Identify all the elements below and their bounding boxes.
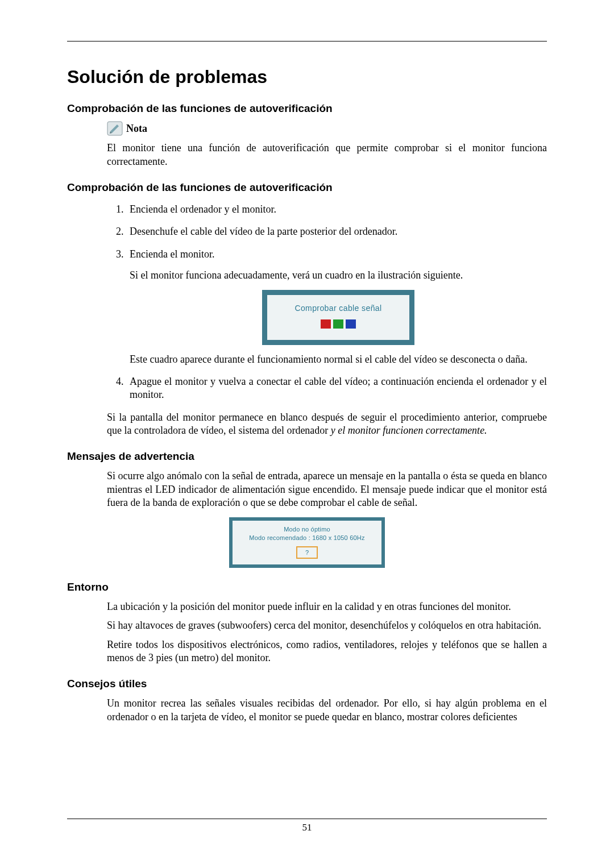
osd-caption: Comprobar cable señal	[273, 303, 404, 313]
blue-square-icon	[346, 319, 356, 329]
step-1: Encienda el ordenador y el monitor.	[126, 203, 547, 216]
section-selftest-heading-2: Comprobación de las funciones de autover…	[67, 181, 547, 195]
page-footer: 51	[67, 819, 547, 834]
page-title: Solución de problemas	[67, 65, 547, 89]
selftest-final-paragraph: Si la pantalla del monitor permanece en …	[107, 411, 547, 438]
note-body: El monitor tiene una función de autoveri…	[107, 142, 547, 168]
note-row: Nota	[107, 121, 547, 136]
rgb-indicator	[273, 319, 404, 329]
page: Solución de problemas Comprobación de la…	[0, 0, 614, 868]
section-selftest-heading: Comprobación de las funciones de autover…	[67, 102, 547, 116]
bottom-rule	[67, 819, 547, 819]
step-text: Apague el monitor y vuelva a conectar el…	[130, 375, 547, 402]
step-text: Encienda el ordenador y el monitor.	[130, 203, 547, 216]
warnings-body: Si ocurre algo anómalo con la señal de e…	[107, 470, 547, 509]
steps-list: Encienda el ordenador y el monitor. Dese…	[107, 203, 547, 402]
osd2-line2: Modo recomendado : 1680 x 1050 60Hz	[237, 534, 377, 542]
figure-osd-1: Comprobar cable señal	[130, 290, 547, 344]
step-2: Desenchufe el cable del vídeo de la part…	[126, 225, 547, 238]
osd-inner: Comprobar cable señal	[267, 295, 409, 339]
step-extra-text: Si el monitor funciona adecuadamente, ve…	[130, 269, 547, 282]
page-number: 51	[67, 821, 547, 834]
pencil-note-icon	[107, 121, 123, 136]
osd-box-1: Comprobar cable señal	[262, 290, 414, 344]
env-paragraph-2: Si hay altavoces de graves (subwoofers) …	[107, 619, 547, 632]
tips-paragraph-1: Un monitor recrea las señales visuales r…	[107, 697, 547, 724]
step-text: Encienda el monitor.	[130, 248, 547, 261]
selftest-final-italic: y el monitor funcionen correctamente.	[331, 425, 487, 436]
step-3: Encienda el monitor. Si el monitor funci…	[126, 248, 547, 366]
top-rule	[67, 41, 547, 41]
osd2-button-wrap: ?	[237, 546, 377, 559]
osd2-help-button: ?	[296, 546, 318, 559]
osd2-line1: Modo no óptimo	[237, 525, 377, 533]
step-after-figure-text: Este cuadro aparece durante el funcionam…	[130, 353, 547, 366]
red-square-icon	[321, 319, 331, 329]
env-paragraph-1: La ubicación y la posición del monitor p…	[107, 600, 547, 613]
section-warnings-heading: Mensajes de advertencia	[67, 450, 547, 464]
osd-box-2: Modo no óptimo Modo recomendado : 1680 x…	[229, 517, 385, 568]
step-4: Apague el monitor y vuelva a conectar el…	[126, 375, 547, 402]
section-tips-heading: Consejos útiles	[67, 677, 547, 691]
figure-osd-2: Modo no óptimo Modo recomendado : 1680 x…	[67, 517, 547, 568]
note-label: Nota	[126, 122, 147, 135]
step-text: Desenchufe el cable del vídeo de la part…	[130, 225, 547, 238]
green-square-icon	[333, 319, 343, 329]
osd-inner: Modo no óptimo Modo recomendado : 1680 x…	[233, 521, 381, 564]
section-env-heading: Entorno	[67, 580, 547, 595]
env-paragraph-3: Retire todos los dispositivos electrónic…	[107, 638, 547, 665]
